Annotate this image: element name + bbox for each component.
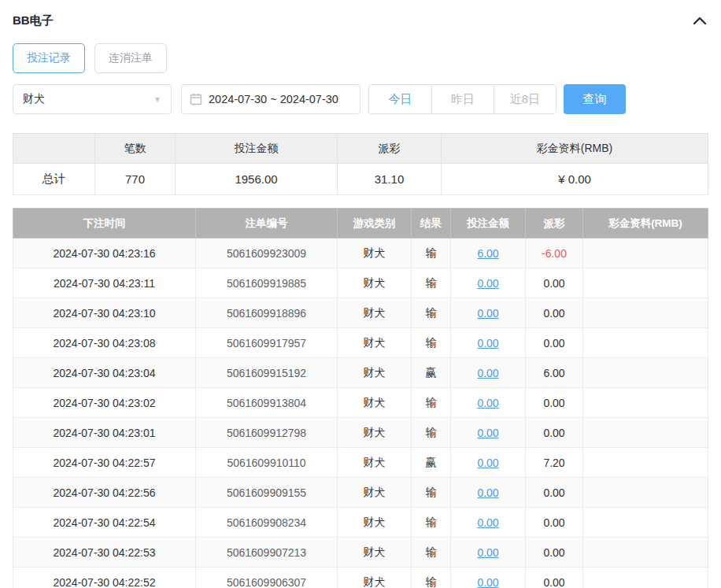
table-row: 2024-07-30 04:23:115061609919885财犬输0.000… [13,268,708,298]
order-number-cell: 5061609917957 [196,328,338,358]
bet-amount-cell: 0.00 [451,568,526,588]
bonus-cell [583,568,708,588]
game-select[interactable]: 财犬 ▼ [13,84,172,114]
col-header-bonus: 彩金资料(RMB) [583,209,708,239]
order-number-cell: 5061609910110 [196,448,338,478]
result-cell: 赢 [412,358,451,388]
bet-amount-link[interactable]: 0.00 [477,546,498,559]
table-row: 2024-07-30 04:23:165061609923009财犬输6.00-… [13,239,708,268]
table-row: 2024-07-30 04:22:525061609906307财犬输0.000… [13,568,708,588]
payout-cell: 0.00 [526,538,583,568]
table-row: 2024-07-30 04:23:105061609918896财犬输0.000… [13,298,708,328]
payout-cell: 0.00 [526,328,583,358]
payout-cell: 0.00 [526,388,583,418]
date-range-picker[interactable]: 2024-07-30 ~ 2024-07-30 [181,84,360,114]
bonus-cell [583,388,708,418]
summary-header-bet-amount: 投注金额 [176,134,338,164]
page-title: BB电子 [13,13,54,28]
summary-header-count: 笔数 [95,134,176,164]
chevron-down-icon: ▼ [153,95,161,104]
bonus-cell [583,298,708,328]
order-number-cell: 5061609906307 [196,568,338,588]
filter-bar: 财犬 ▼ 2024-07-30 ~ 2024-07-30 今日 昨日 近8日 查… [13,84,708,114]
bet-time-cell: 2024-07-30 04:22:54 [13,508,196,538]
bet-amount-link[interactable]: 0.00 [477,367,498,379]
bet-time-cell: 2024-07-30 04:22:52 [13,568,196,588]
order-number-cell: 5061609915192 [196,358,338,388]
order-number-cell: 5061609907213 [196,538,338,568]
table-row: 2024-07-30 04:22:575061609910110财犬赢0.007… [13,448,708,478]
quick-filter-today[interactable]: 今日 [369,85,431,113]
bet-time-cell: 2024-07-30 04:22:53 [13,538,196,568]
result-cell: 输 [412,298,451,328]
game-type-cell: 财犬 [338,418,412,448]
date-range-value: 2024-07-30 ~ 2024-07-30 [209,93,338,105]
tab-cancelled-orders[interactable]: 连消注单 [94,43,167,73]
game-type-cell: 财犬 [338,448,412,478]
bet-amount-link[interactable]: 0.00 [477,337,498,349]
game-type-cell: 财犬 [338,478,412,508]
order-number-cell: 5061609908234 [196,508,338,538]
game-type-cell: 财犬 [338,538,412,568]
col-header-payout: 派彩 [526,209,583,239]
game-type-cell: 财犬 [338,268,412,298]
panel-header: BB电子 [13,0,708,29]
bet-time-cell: 2024-07-30 04:23:10 [13,298,196,328]
bet-amount-link[interactable]: 0.00 [477,307,498,320]
query-button[interactable]: 查询 [564,84,626,114]
result-cell: 输 [412,328,451,358]
payout-cell: 0.00 [526,508,583,538]
order-number-cell: 5061609918896 [196,298,338,328]
quick-filter-last8days[interactable]: 近8日 [494,85,556,113]
bet-amount-cell: 0.00 [451,418,526,448]
bet-time-cell: 2024-07-30 04:23:01 [13,418,196,448]
summary-header-payout: 派彩 [338,134,442,164]
bet-amount-cell: 0.00 [451,478,526,508]
game-select-value: 财犬 [23,92,45,106]
result-cell: 赢 [412,448,451,478]
payout-cell: 7.20 [526,448,583,478]
bet-amount-link[interactable]: 0.00 [477,397,498,409]
chevron-up-icon[interactable] [691,12,708,29]
bet-amount-link[interactable]: 6.00 [477,247,498,260]
summary-header-blank [13,134,95,164]
bet-amount-cell: 0.00 [451,448,526,478]
bet-amount-cell: 0.00 [451,328,526,358]
result-cell: 输 [412,508,451,538]
bet-amount-link[interactable]: 0.00 [477,486,498,499]
bet-time-cell: 2024-07-30 04:22:57 [13,448,196,478]
tab-betting-records[interactable]: 投注记录 [13,43,85,73]
bonus-cell [583,538,708,568]
table-row: 2024-07-30 04:23:025061609913804财犬输0.000… [13,388,708,418]
calendar-icon [190,93,202,105]
table-row: 2024-07-30 04:22:545061609908234财犬输0.000… [13,508,708,538]
game-type-cell: 财犬 [338,568,412,588]
order-number-cell: 5061609923009 [196,239,338,268]
table-row: 2024-07-30 04:23:015061609912798财犬输0.000… [13,418,708,448]
bonus-cell [583,478,708,508]
bet-amount-link[interactable]: 0.00 [477,457,498,469]
bonus-cell [583,508,708,538]
summary-table: 笔数 投注金额 派彩 彩金资料(RMB) 总计 770 1956.00 31.1… [13,133,708,195]
payout-cell: 6.00 [526,358,583,388]
bet-amount-link[interactable]: 0.00 [477,576,498,588]
bonus-cell [583,418,708,448]
quick-filter-yesterday[interactable]: 昨日 [431,85,494,113]
bonus-cell [583,239,708,268]
bet-amount-link[interactable]: 0.00 [477,277,498,290]
payout-cell: 0.00 [526,268,583,298]
bet-amount-cell: 0.00 [451,358,526,388]
game-type-cell: 财犬 [338,508,412,538]
tab-bar: 投注记录 连消注单 [13,43,708,73]
col-header-order-number: 注单编号 [196,209,338,239]
order-number-cell: 5061609913804 [196,388,338,418]
bet-time-cell: 2024-07-30 04:23:11 [13,268,196,298]
payout-cell: 0.00 [526,418,583,448]
bet-amount-link[interactable]: 0.00 [477,427,498,439]
summary-total-bonus: ¥ 0.00 [442,164,708,195]
game-type-cell: 财犬 [338,239,412,268]
bet-amount-cell: 0.00 [451,298,526,328]
bet-amount-link[interactable]: 0.00 [477,516,498,529]
col-header-bet-time: 下注时间 [13,209,196,239]
bet-amount-cell: 0.00 [451,268,526,298]
